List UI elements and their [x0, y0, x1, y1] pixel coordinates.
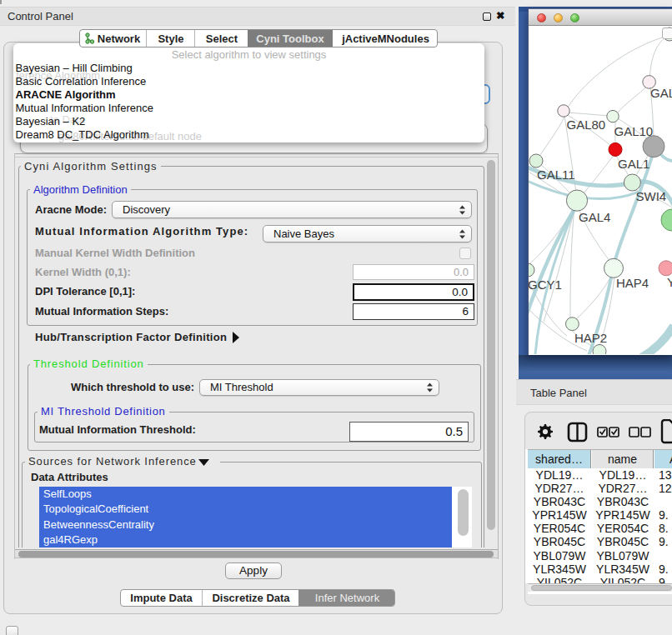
svg-text:GAL10: GAL10	[614, 124, 654, 138]
svg-text:YL: YL	[667, 275, 672, 289]
svg-text:HAP2: HAP2	[574, 331, 607, 345]
svg-text:GCY1: GCY1	[529, 278, 562, 292]
svg-text:GAL11: GAL11	[537, 168, 575, 182]
svg-text:GAL1: GAL1	[618, 157, 649, 171]
svg-text:GAL2: GAL2	[650, 86, 672, 100]
svg-text:GAL80: GAL80	[567, 118, 606, 132]
svg-text:SWI4: SWI4	[636, 189, 667, 203]
svg-text:HAP4: HAP4	[616, 276, 649, 290]
svg-text:GAL4: GAL4	[579, 210, 610, 224]
